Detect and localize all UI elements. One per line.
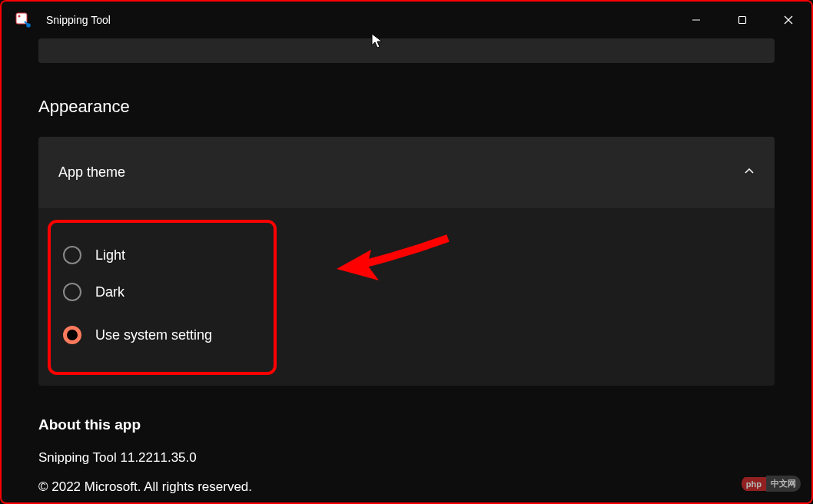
radio-label: Light xyxy=(95,247,125,264)
titlebar: Snipping Tool xyxy=(2,2,811,38)
about-version: Snipping Tool 11.2211.35.0 xyxy=(38,450,775,466)
appearance-heading: Appearance xyxy=(38,97,775,117)
svg-point-1 xyxy=(18,15,21,18)
prior-setting-card[interactable] xyxy=(38,38,775,63)
about-heading: About this app xyxy=(38,416,775,433)
watermark-right: 中文网 xyxy=(766,476,801,492)
maximize-button[interactable] xyxy=(719,2,765,38)
app-theme-expander-header[interactable]: App theme xyxy=(38,137,775,209)
watermark: php 中文网 xyxy=(742,476,801,492)
theme-option-light[interactable]: Light xyxy=(61,237,263,274)
annotation-arrow-icon xyxy=(329,230,452,295)
chevron-up-icon xyxy=(744,166,755,180)
radio-icon xyxy=(63,283,81,301)
app-theme-label: App theme xyxy=(58,164,125,181)
radio-label: Use system setting xyxy=(95,327,212,343)
radio-icon-selected xyxy=(63,326,81,344)
app-theme-expander-body: Light Dark Use system setting xyxy=(38,209,775,386)
minimize-button[interactable] xyxy=(673,2,719,38)
window-controls xyxy=(673,2,811,38)
close-button[interactable] xyxy=(765,2,811,38)
about-section: About this app Snipping Tool 11.2211.35.… xyxy=(38,416,775,495)
theme-option-dark[interactable]: Dark xyxy=(61,274,263,310)
window-title: Snipping Tool xyxy=(46,14,111,26)
settings-content: Appearance App theme Light Dark Use syst… xyxy=(2,38,811,495)
radio-label: Dark xyxy=(95,284,124,300)
app-icon xyxy=(15,12,31,28)
svg-rect-4 xyxy=(739,17,746,24)
radio-icon xyxy=(63,246,81,264)
about-copyright: © 2022 Microsoft. All rights reserved. xyxy=(38,479,775,495)
annotation-highlight-box: Light Dark Use system setting xyxy=(48,220,277,375)
watermark-left: php xyxy=(742,477,766,491)
theme-option-system[interactable]: Use system setting xyxy=(61,317,263,353)
